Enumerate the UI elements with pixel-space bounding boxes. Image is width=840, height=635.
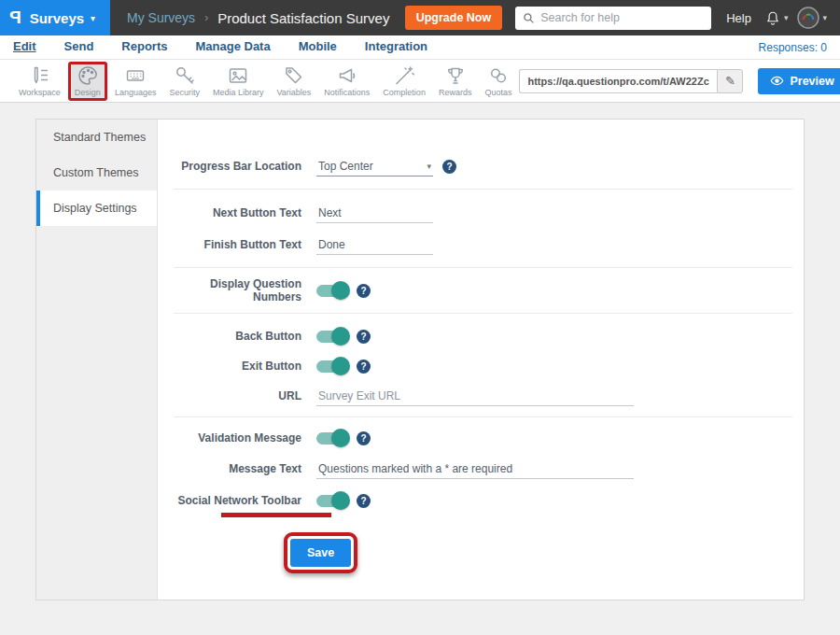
toolbar-item-quotas[interactable]: Quotas <box>479 63 517 99</box>
survey-url-input[interactable] <box>519 69 717 93</box>
chevron-down-icon: ▾ <box>427 162 431 171</box>
preview-button[interactable]: Preview <box>758 68 840 94</box>
tab-reports[interactable]: Reports <box>121 39 167 55</box>
display-question-numbers-label: Display Question Numbers <box>174 277 316 303</box>
tab-integration[interactable]: Integration <box>365 39 427 55</box>
sidebar-item-display-settings[interactable]: Display Settings <box>36 190 157 226</box>
megaphone-icon <box>336 64 358 87</box>
progress-bar-location-select[interactable]: Top Center ▾ <box>316 157 433 176</box>
exit-url-input[interactable] <box>316 387 634 406</box>
product-menu-label: Surveys <box>30 10 84 26</box>
avatar <box>797 7 819 29</box>
help-link[interactable]: Help <box>726 11 751 25</box>
help-icon[interactable]: ? <box>357 431 371 445</box>
validation-message-label: Validation Message <box>174 431 316 444</box>
chain-link-icon <box>487 64 510 87</box>
social-network-toolbar-toggle[interactable] <box>316 495 347 507</box>
design-settings-card: Standard Themes Custom Themes Display Se… <box>35 119 805 600</box>
breadcrumb-separator-icon: › <box>204 11 208 24</box>
toolbar-item-media-library[interactable]: Media Library <box>207 63 270 99</box>
help-icon[interactable]: ? <box>357 284 371 298</box>
progress-bar-location-label: Progress Bar Location <box>174 160 316 173</box>
bell-icon <box>764 9 781 26</box>
next-button-text-input[interactable] <box>316 204 433 223</box>
next-button-text-label: Next Button Text <box>174 206 316 219</box>
help-icon[interactable]: ? <box>442 160 456 174</box>
toolbar-item-security[interactable]: Security <box>163 63 205 99</box>
help-search[interactable] <box>515 7 711 30</box>
help-icon[interactable]: ? <box>357 494 371 508</box>
message-text-label: Message Text <box>174 462 316 475</box>
pencil-icon: ✎ <box>725 74 735 88</box>
breadcrumb-my-surveys[interactable]: My Surveys <box>127 10 195 25</box>
save-button[interactable]: Save <box>290 539 351 567</box>
workspace-icon <box>28 64 50 87</box>
image-icon <box>227 64 249 87</box>
survey-title: Product Satisfaction Survey <box>217 10 389 26</box>
chevron-down-icon: ▾ <box>822 13 827 22</box>
tab-edit[interactable]: Edit <box>13 39 36 55</box>
toolbar-item-rewards[interactable]: Rewards <box>433 63 478 99</box>
design-sidebar: Standard Themes Custom Themes Display Se… <box>36 120 158 600</box>
toolbar-item-design[interactable]: Design <box>68 62 107 101</box>
questionpro-logo-icon: P <box>9 7 21 28</box>
notifications-menu[interactable]: ▾ <box>764 9 789 26</box>
chevron-down-icon: ▾ <box>784 13 789 22</box>
app-header: P Surveys ▾ My Surveys › Product Satisfa… <box>0 0 840 35</box>
responses-count[interactable]: Responses: 0 <box>759 41 827 54</box>
content-area: Standard Themes Custom Themes Display Se… <box>0 103 840 635</box>
back-button-toggle[interactable] <box>316 331 347 343</box>
sidebar-item-standard-themes[interactable]: Standard Themes <box>36 120 157 155</box>
survey-nav: Edit Send Reports Manage Data Mobile Int… <box>0 35 840 60</box>
social-network-toolbar-label: Social Network Toolbar <box>174 494 316 507</box>
toolbar-item-variables[interactable]: Variables <box>271 63 316 99</box>
red-box-annotation: Save <box>284 532 357 573</box>
red-underline-annotation <box>221 513 331 517</box>
tab-manage-data[interactable]: Manage Data <box>195 39 270 55</box>
edit-url-button[interactable]: ✎ <box>717 69 743 93</box>
design-icon <box>77 64 99 87</box>
toolbar-item-workspace[interactable]: Workspace <box>13 63 66 99</box>
product-menu[interactable]: P Surveys ▾ <box>0 0 110 35</box>
tag-icon <box>283 64 305 87</box>
toolbar-item-languages[interactable]: Languages <box>109 63 162 99</box>
exit-button-toggle[interactable] <box>316 360 347 373</box>
search-icon <box>523 12 535 24</box>
exit-url-label: URL <box>174 389 316 402</box>
toolbar-item-completion[interactable]: Completion <box>377 63 431 99</box>
edit-toolbar: Workspace Design Languages Security Medi… <box>0 60 840 103</box>
upgrade-now-button[interactable]: Upgrade Now <box>405 6 503 30</box>
breadcrumb: My Surveys › Product Satisfaction Survey <box>127 10 389 26</box>
help-icon[interactable]: ? <box>357 360 371 374</box>
help-icon[interactable]: ? <box>357 330 371 344</box>
back-button-label: Back Button <box>174 330 316 343</box>
chevron-down-icon: ▾ <box>91 13 95 23</box>
divider <box>174 267 792 268</box>
divider <box>174 416 792 417</box>
divider <box>174 189 792 190</box>
trophy-icon <box>444 64 467 87</box>
display-settings-form: Progress Bar Location Top Center ▾ ? Nex… <box>158 120 804 600</box>
toolbar-item-notifications[interactable]: Notifications <box>318 63 375 99</box>
search-input[interactable] <box>540 11 704 24</box>
exit-button-label: Exit Button <box>174 360 316 373</box>
eye-icon <box>770 74 784 88</box>
finish-button-text-input[interactable] <box>316 235 433 255</box>
tab-mobile[interactable]: Mobile <box>299 39 337 55</box>
validation-message-toggle[interactable] <box>316 432 347 444</box>
key-icon <box>174 64 196 87</box>
finish-button-text-label: Finish Button Text <box>174 238 316 251</box>
account-menu[interactable]: ▾ <box>797 7 827 29</box>
tab-send[interactable]: Send <box>64 39 94 55</box>
divider <box>174 313 792 314</box>
magic-wand-icon <box>393 64 415 87</box>
message-text-input[interactable] <box>316 459 634 479</box>
sidebar-item-custom-themes[interactable]: Custom Themes <box>36 155 157 190</box>
display-question-numbers-toggle[interactable] <box>316 285 347 297</box>
keyboard-icon <box>124 64 147 87</box>
